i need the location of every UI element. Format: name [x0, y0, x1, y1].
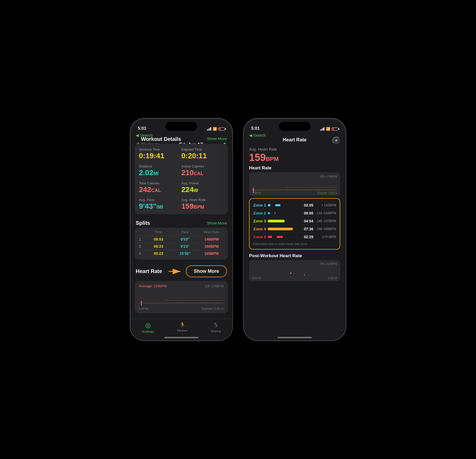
split-pace: 9'53'': [173, 237, 197, 241]
hr-range: 105–176BPM: [205, 284, 224, 288]
battery-icon-right: [332, 127, 338, 131]
zone-5-dot: [268, 236, 272, 238]
stat-avg-pace: Avg. Pace 9'43"/MI: [139, 198, 181, 211]
stat-label: Distance: [139, 164, 181, 168]
split-num: 1: [139, 237, 144, 241]
splits-col-headers: Time Pace Heart Rate: [139, 230, 224, 236]
stat-value: 9'43"/MI: [139, 202, 181, 211]
split-pace: 15'36'': [173, 251, 197, 256]
heart-rate-chart-card: Average: 159BPM 105–176BPM 0:00:00 Elaps…: [135, 281, 228, 313]
stat-label: Total Calories: [139, 181, 181, 185]
hr-chart: [139, 290, 224, 305]
zone-1-time: 02:05: [304, 203, 315, 207]
tab-sharing[interactable]: 𝕊 Sharing: [211, 322, 221, 333]
zone-row-4: Zone 4 07:36 158–169BPM: [253, 225, 336, 233]
summary-icon: ◎: [145, 322, 151, 329]
stat-label: Avg. Pace: [139, 198, 181, 202]
stat-avg-heart-rate: Avg. Heart Rate 159BPM: [181, 198, 224, 211]
hr-upper-dots: [164, 300, 224, 301]
avg-hr-value: 159: [249, 152, 266, 163]
split-time: 09:53: [146, 237, 171, 241]
modal-close-button[interactable]: ×: [332, 137, 340, 145]
tab-summary[interactable]: ◎ Summary: [142, 322, 154, 333]
post-dot-2: [304, 274, 305, 275]
zone-2-dot: [268, 212, 270, 214]
zone-note: Estimated time in each heart rate zone.: [253, 241, 336, 246]
dynamic-island: [166, 122, 197, 131]
home-indicator-right: [278, 337, 312, 338]
right-screen: ◀ Search Heart Rate × Avg. Heart Rate 15…: [244, 133, 346, 340]
status-time: 5:01: [138, 126, 146, 131]
status-icons-right: 📶: [320, 127, 338, 131]
post-dot-1: [290, 272, 292, 274]
stat-label: Active Calories: [181, 164, 224, 168]
zone-3-name: Zone 3: [253, 219, 268, 223]
workout-details-title: Workout Details: [136, 135, 186, 142]
modal-lower-dots: [252, 190, 337, 190]
split-time: 09:23: [146, 244, 171, 248]
stat-value: 210CAL: [181, 169, 224, 177]
zone-3-bar: [268, 220, 285, 222]
signal-icon-right: [320, 127, 325, 131]
stat-value: 0:20:11: [181, 152, 224, 160]
stat-value: 242CAL: [139, 186, 181, 194]
modal-hr-chart: 105–176BPM 0:00:00 Elapsed: 0:20:11: [249, 172, 340, 196]
split-row-1: 1 09:53 9'53'' 146BPM: [139, 236, 224, 243]
zone-1-bar: [275, 204, 280, 206]
hr-marker: [141, 301, 142, 305]
modal-chart-start: 0:00:00: [252, 192, 261, 194]
zone-row-2: Zone 2 00:00 133–144BPM: [253, 209, 336, 217]
workout-details-header-row: Workout Details Show More: [130, 133, 232, 144]
stat-workout-time: Workout Time 0:19:41: [139, 147, 181, 160]
hr-time-start: 0:00:00: [139, 307, 149, 310]
stat-value: 0:19:41: [139, 152, 181, 160]
zone-3-bar-container: [268, 220, 301, 222]
col-time: Time: [146, 230, 171, 234]
workout-details-show-more[interactable]: Show More: [207, 136, 227, 141]
zone-3-range: 145–157BPM: [315, 219, 336, 223]
hr-time-end: Elapsed: 0:20:11: [202, 307, 224, 310]
zone-2-range: 133–144BPM: [315, 211, 336, 215]
zone-1-dot: [268, 204, 270, 207]
modal-chart-times: 0:00:00 Elapsed: 0:20:11: [252, 192, 337, 194]
stat-total-calories: Total Calories 242CAL: [139, 181, 181, 194]
modal-scroll: Heart Rate × Avg. Heart Rate 159BPM Hear…: [244, 133, 346, 319]
modal-header: Heart Rate ×: [244, 133, 346, 145]
splits-title: Splits: [136, 220, 150, 226]
post-hr-label: Post-Workout Heart Rate: [244, 251, 346, 259]
avg-hr-value-row: 159BPM: [249, 152, 340, 163]
post-chart-range: 155–162BPM: [319, 262, 337, 265]
tab-fitness-plus[interactable]: 🏃 Fitness+: [177, 322, 188, 332]
heart-rate-section-header: Heart Rate Show More: [130, 263, 232, 279]
zone-4-bar-container: [268, 228, 301, 230]
right-phone: 5:01 📶 ◀ Search Heart Rate ×: [243, 118, 346, 341]
post-hr-chart: 155–162BPM 0:00:00 0:00:20: [249, 260, 340, 281]
stat-value: 2.02MI: [139, 169, 181, 177]
splits-card: Time Pace Heart Rate 1 09:53 9'53'' 146B…: [135, 228, 228, 260]
stat-elapsed-time: Elapsed Time 0:20:11: [181, 147, 224, 160]
heart-rate-show-more-button[interactable]: Show More: [186, 265, 227, 277]
avg-hr-section: Avg. Heart Rate 159BPM: [244, 145, 346, 164]
col-hr: Heart Rate: [199, 230, 224, 234]
fitness-plus-icon: 🏃: [179, 322, 186, 328]
stats-grid: Workout Time 0:19:41 Elapsed Time 0:20:1…: [139, 147, 224, 211]
zone-row-5: Zone 5 02:29 170+BPM: [253, 233, 336, 241]
zone-5-name: Zone 5: [253, 235, 268, 239]
splits-show-more[interactable]: Show More: [207, 221, 227, 225]
battery-icon: [218, 127, 225, 131]
stat-avg-power: Avg. Power 224W: [181, 181, 224, 194]
zone-row-3: Zone 3 04:54 145–157BPM: [253, 217, 336, 225]
zone-4-time: 07:36: [304, 227, 315, 231]
wifi-icon-right: 📶: [326, 127, 330, 131]
summary-label: Summary: [142, 330, 154, 333]
avg-hr-unit: BPM: [266, 156, 279, 162]
zone-4-name: Zone 4: [253, 227, 268, 231]
zone-row-1: Zone 1 02:05 < 132BPM: [253, 201, 336, 209]
modal-chart-end: Elapsed: 0:20:11: [317, 192, 337, 194]
split-row-3: 3 00:23 15'36'' 165BPM: [139, 250, 224, 257]
post-chart-times: 0:00:00 0:00:20: [252, 277, 337, 280]
zone-1-range: < 132BPM: [315, 203, 336, 207]
arrow-annotation-icon: [167, 268, 183, 275]
zone-5-range: 170+BPM: [315, 235, 336, 239]
post-end: 0:00:20: [328, 277, 337, 280]
